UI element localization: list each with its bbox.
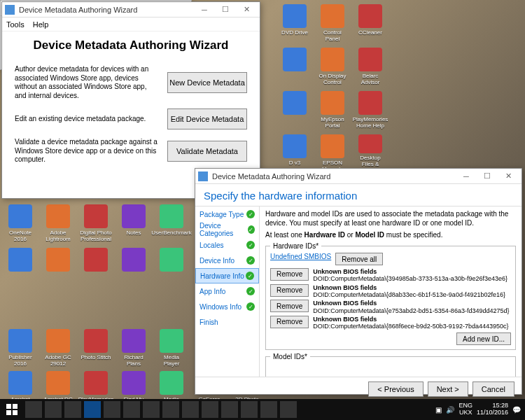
- task-icon[interactable]: [182, 401, 199, 418]
- desktop-icon[interactable]: Media Server: [155, 371, 188, 399]
- wizard-button[interactable]: Edit Device Metadata: [167, 108, 247, 130]
- sidebar-item[interactable]: Locales✓: [195, 237, 259, 253]
- remove-id-button[interactable]: Remove: [270, 268, 309, 281]
- desktop-icon[interactable]: [279, 91, 311, 130]
- close-button[interactable]: ✕: [498, 169, 519, 183]
- sidebar-item[interactable]: App Info✓: [195, 284, 259, 299]
- desktop-icon[interactable]: Find My iPhone: [118, 371, 150, 399]
- desktop-icon[interactable]: DVD Drive: [279, 4, 311, 43]
- desktop-icon[interactable]: [279, 48, 311, 87]
- desktop-icon[interactable]: Control Panel: [316, 4, 349, 43]
- checkmark-icon: ✓: [246, 287, 255, 295]
- tray-icon[interactable]: ▣: [435, 406, 442, 414]
- remove-id-button[interactable]: Remove: [270, 284, 309, 297]
- menu-help[interactable]: Help: [33, 20, 49, 29]
- task-icon[interactable]: [162, 401, 179, 418]
- task-icon[interactable]: [260, 401, 277, 418]
- desktop-icon[interactable]: PlayMemories Home: [80, 371, 112, 399]
- start-button[interactable]: [0, 399, 24, 420]
- task-icon[interactable]: [45, 401, 62, 418]
- previous-button[interactable]: < Previous: [368, 382, 423, 397]
- next-button[interactable]: Next >: [428, 382, 468, 397]
- desktop-icon[interactable]: Acrobat Reader DC: [4, 371, 36, 399]
- task-icon[interactable]: [25, 401, 42, 418]
- wiz1-titlebar[interactable]: Device Metadata Authoring Wizard ─ ☐ ✕: [2, 2, 260, 18]
- desktop-icon[interactable]: [4, 248, 36, 287]
- wiz2-title: Device Metadata Authoring Wizard: [212, 172, 330, 181]
- checkmark-icon: ✓: [246, 272, 254, 280]
- undefined-smbios-link[interactable]: Undefined SMBIOS: [270, 253, 331, 265]
- desktop-icon[interactable]: Media Player: [155, 329, 188, 368]
- desktop-icon[interactable]: MyEpson Portal: [316, 91, 349, 130]
- wiz1-heading: Device Metadata Authoring Wizard: [2, 38, 260, 52]
- desktop-icon[interactable]: Notes: [118, 204, 150, 244]
- desktop-icon[interactable]: UserBenchmark: [155, 204, 188, 244]
- minimize-button[interactable]: ─: [456, 169, 477, 183]
- task-icon[interactable]: [241, 401, 258, 418]
- desktop-icon[interactable]: [118, 248, 150, 287]
- sidebar-item[interactable]: Finish: [195, 314, 259, 330]
- sidebar-item[interactable]: Windows Info✓: [195, 299, 259, 314]
- wizard-button[interactable]: Validate Metadata: [167, 141, 247, 162]
- desktop-icon[interactable]: Photo Stitch: [80, 329, 112, 368]
- desktop-icon[interactable]: On Display Control: [316, 48, 349, 87]
- close-button[interactable]: ✕: [236, 3, 257, 17]
- intro-text-1: Hardware and model IDs are used to assoc…: [265, 209, 516, 227]
- task-icon[interactable]: [202, 401, 218, 418]
- tray-lang[interactable]: ENGUKX: [458, 402, 472, 416]
- desktop-icon[interactable]: Digital Photo Professional: [80, 204, 112, 244]
- svg-rect-1: [13, 404, 18, 409]
- task-icon[interactable]: [84, 401, 101, 418]
- desktop-icon[interactable]: [80, 248, 112, 287]
- hardware-wizard-window: Device Metadata Authoring Wizard ─ ☐ ✕ S…: [195, 168, 522, 395]
- checkmark-icon: ✓: [246, 241, 255, 249]
- remove-id-button[interactable]: Remove: [270, 300, 309, 312]
- desktop-icon[interactable]: OneNote 2016: [4, 204, 36, 244]
- sidebar-item[interactable]: Device Info✓: [195, 253, 259, 268]
- desktop-icon[interactable]: [42, 248, 74, 287]
- desktop-icon[interactable]: Acrobat DC: [42, 371, 74, 399]
- remove-all-button[interactable]: Remove all: [335, 253, 383, 265]
- add-new-hw-id-button[interactable]: Add new ID...: [456, 332, 511, 345]
- task-icon[interactable]: [64, 401, 81, 418]
- maximize-button[interactable]: ☐: [215, 3, 236, 17]
- desktop-icon[interactable]: CCleaner: [354, 4, 386, 43]
- task-icon[interactable]: [221, 401, 238, 418]
- sidebar-item[interactable]: Device Categories✓: [195, 222, 259, 237]
- svg-rect-0: [6, 404, 11, 409]
- sidebar-item[interactable]: Package Type✓: [195, 206, 259, 222]
- wiz1-title: Device Metadata Authoring Wizard: [19, 6, 137, 14]
- desktop-icon[interactable]: Adobe Lightroom: [42, 204, 74, 244]
- task-icon[interactable]: [143, 401, 160, 418]
- section-desc: Edit an existing device metadata package…: [15, 115, 158, 124]
- task-icon[interactable]: [104, 401, 120, 418]
- task-icon[interactable]: [123, 401, 140, 418]
- desktop-icon[interactable]: Publisher 2016: [4, 329, 36, 368]
- desktop-icon[interactable]: Adobe GC 29012: [42, 329, 74, 368]
- desktop-icon[interactable]: PlayMemories Home Help: [354, 91, 386, 130]
- desktop-icon[interactable]: Richard Plans: [118, 329, 150, 368]
- task-icon[interactable]: [280, 401, 297, 418]
- wiz1-menubar: Tools Help: [2, 18, 260, 31]
- hw-id-entry: Unknown BIOS fieldsDOID:ComputerMetadata…: [313, 268, 511, 283]
- notifications-icon[interactable]: 💬: [512, 406, 521, 414]
- remove-id-button[interactable]: Remove: [270, 316, 309, 328]
- tray-icon[interactable]: 🔊: [446, 406, 454, 414]
- taskbar[interactable]: ▣ 🔊 ENGUKX 15:2811/10/2016 💬: [0, 399, 525, 420]
- wizard-button[interactable]: New Device Metadata: [167, 72, 247, 93]
- desktop-icon[interactable]: [155, 248, 188, 287]
- desktop-icon[interactable]: Belarc Advisor: [354, 48, 386, 87]
- wizard-sidebar: Package Type✓Device Categories✓Locales✓D…: [195, 206, 260, 377]
- wizard-main-panel: Hardware and model IDs are used to assoc…: [260, 206, 522, 377]
- tray-clock[interactable]: 15:2811/10/2016: [477, 402, 508, 416]
- cancel-button[interactable]: Cancel: [472, 382, 514, 397]
- sidebar-item[interactable]: Hardware Info✓: [195, 268, 259, 284]
- checkmark-icon: ✓: [246, 210, 255, 218]
- system-tray[interactable]: ▣ 🔊 ENGUKX 15:2811/10/2016 💬: [435, 402, 525, 416]
- wiz2-titlebar[interactable]: Device Metadata Authoring Wizard ─ ☐ ✕: [195, 169, 522, 184]
- menu-tools[interactable]: Tools: [6, 20, 24, 29]
- model-ids-fieldset: Model IDs* Add new ID...: [265, 353, 516, 377]
- minimize-button[interactable]: ─: [194, 3, 215, 17]
- hw-id-entry: Unknown BIOS fieldsDOID:ComputerMetadata…: [313, 300, 511, 314]
- maximize-button[interactable]: ☐: [477, 169, 498, 183]
